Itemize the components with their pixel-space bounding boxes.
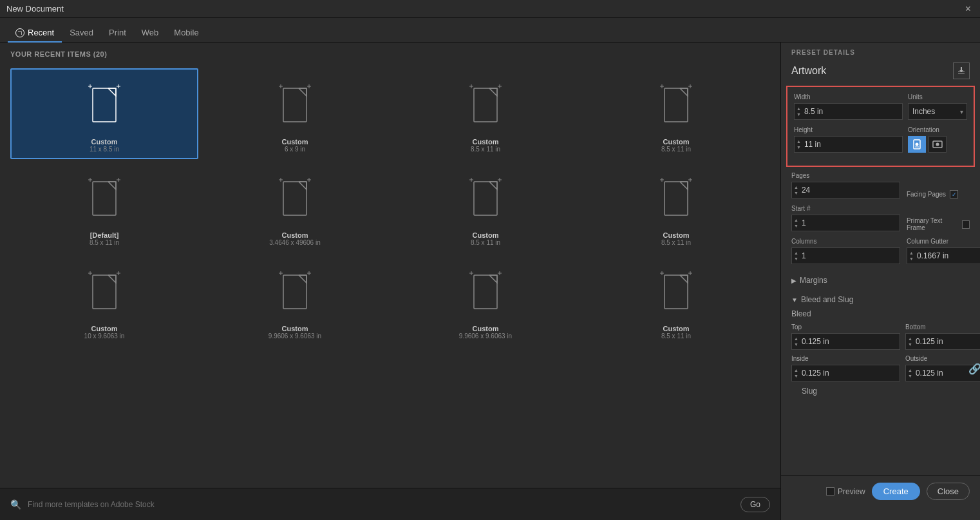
bleed-bottom-down[interactable]: ▼ xyxy=(908,342,912,347)
gutter-down-arrow[interactable]: ▼ xyxy=(909,256,914,262)
template-item-4[interactable]: Custom8.5 x 11 in xyxy=(582,68,770,159)
link-icon[interactable]: 🔗 xyxy=(968,362,980,374)
start-value[interactable] xyxy=(800,218,900,227)
bleed-inside-down[interactable]: ▼ xyxy=(794,373,798,379)
width-units-row: Width ▲ ▼ Units Inches Centimet xyxy=(794,93,967,120)
template-name-3: Custom xyxy=(473,138,499,146)
pages-down-arrow[interactable]: ▼ xyxy=(794,190,798,196)
go-button[interactable]: Go xyxy=(740,497,770,512)
template-item-3[interactable]: Custom8.5 x 11 in xyxy=(391,68,580,159)
columns-input[interactable]: ▲ ▼ xyxy=(791,247,900,264)
bleed-inside-input[interactable]: ▲ ▼ xyxy=(791,365,900,381)
tab-saved[interactable]: Saved xyxy=(62,24,101,43)
svg-rect-29 xyxy=(283,182,306,215)
titlebar: New Document × xyxy=(0,0,980,18)
primary-text-checkbox[interactable] xyxy=(962,220,970,229)
template-item-5[interactable]: [Default]8.5 x 11 in xyxy=(10,162,198,253)
tab-print[interactable]: Print xyxy=(101,24,134,43)
save-preset-button[interactable] xyxy=(953,63,970,79)
start-up-arrow[interactable]: ▲ xyxy=(794,217,798,223)
columns-value[interactable] xyxy=(800,251,900,260)
template-size-12: 8.5 x 11 in xyxy=(661,332,691,340)
template-name-11: Custom xyxy=(473,325,499,332)
template-item-2[interactable]: Custom6 x 9 in xyxy=(201,68,389,159)
bleed-slug-label: Bleed and Slug xyxy=(801,295,853,304)
pages-facing-row: Pages ▲ ▼ Facing Pages xyxy=(791,172,970,198)
template-item-11[interactable]: Custom9.9606 x 9.6063 in xyxy=(391,255,580,346)
template-name-8: Custom xyxy=(663,231,690,239)
bleed-bottom-value[interactable] xyxy=(914,337,980,346)
search-bar: 🔍 Go xyxy=(0,488,780,520)
template-item-8[interactable]: Custom8.5 x 11 in xyxy=(582,162,770,253)
columns-down-arrow[interactable]: ▼ xyxy=(794,256,798,262)
svg-point-65 xyxy=(915,143,918,146)
template-item-7[interactable]: Custom8.5 x 11 in xyxy=(391,162,580,253)
margins-header[interactable]: ▶ Margins xyxy=(781,271,980,290)
bleed-slug-header[interactable]: ▼ Bleed and Slug xyxy=(781,290,980,309)
units-select[interactable]: Inches Centimeters Millimeters Points Pi… xyxy=(908,103,967,120)
template-size-6: 3.4646 x 49606 in xyxy=(269,239,321,246)
preview-checkbox[interactable] xyxy=(826,487,834,496)
template-thumb-11 xyxy=(460,263,511,321)
tab-web[interactable]: Web xyxy=(134,24,167,43)
start-down-arrow[interactable]: ▼ xyxy=(794,223,798,229)
create-button[interactable]: Create xyxy=(872,483,920,500)
bleed-top-up[interactable]: ▲ xyxy=(794,336,798,342)
gutter-value[interactable] xyxy=(916,251,980,260)
search-input[interactable] xyxy=(28,500,734,509)
template-item-12[interactable]: Custom8.5 x 11 in xyxy=(582,255,770,346)
svg-rect-4 xyxy=(93,88,116,122)
template-item-1[interactable]: Custom11 x 8.5 in xyxy=(10,68,198,159)
bleed-bottom-up[interactable]: ▲ xyxy=(908,336,912,342)
svg-rect-24 xyxy=(93,182,116,215)
height-input[interactable]: ▲ ▼ xyxy=(794,136,903,153)
svg-rect-54 xyxy=(474,275,497,309)
template-item-6[interactable]: Custom3.4646 x 49606 in xyxy=(201,162,389,253)
template-item-9[interactable]: Custom10 x 9.6063 in xyxy=(10,255,198,346)
window-close-button[interactable]: × xyxy=(963,3,974,15)
start-label: Start # xyxy=(791,205,900,212)
primary-text-label: Primary Text Frame xyxy=(907,217,958,231)
width-label: Width xyxy=(794,93,903,101)
width-input[interactable]: ▲ ▼ xyxy=(794,103,903,120)
width-down-arrow[interactable]: ▼ xyxy=(796,111,801,117)
height-down-arrow[interactable]: ▼ xyxy=(796,144,801,150)
primary-text-group: Primary Text Frame xyxy=(907,206,970,231)
doc-icon-12 xyxy=(657,269,695,315)
facing-pages-checkbox[interactable] xyxy=(950,190,958,198)
close-button[interactable]: Close xyxy=(927,483,970,500)
bleed-outside-down[interactable]: ▼ xyxy=(908,373,912,379)
template-thumb-6 xyxy=(269,169,321,227)
bleed-outside-up[interactable]: ▲ xyxy=(908,367,912,373)
pages-value[interactable] xyxy=(800,186,900,195)
gutter-up-arrow[interactable]: ▲ xyxy=(909,250,914,256)
doc-icon-1 xyxy=(85,82,124,128)
portrait-icon xyxy=(912,139,921,149)
columns-up-arrow[interactable]: ▲ xyxy=(794,250,798,256)
bleed-top-input[interactable]: ▲ ▼ xyxy=(791,333,900,350)
template-item-10[interactable]: Custom9.9606 x 9.6063 in xyxy=(201,255,389,346)
svg-rect-69 xyxy=(935,146,936,147)
width-up-arrow[interactable]: ▲ xyxy=(796,106,801,111)
bleed-inside-up[interactable]: ▲ xyxy=(794,367,798,373)
portrait-button[interactable] xyxy=(908,136,926,153)
window-title: New Document xyxy=(6,4,64,14)
preset-name: Artwork xyxy=(791,65,826,77)
bleed-top-value[interactable] xyxy=(800,337,900,346)
tab-mobile[interactable]: Mobile xyxy=(166,24,206,43)
height-up-arrow[interactable]: ▲ xyxy=(796,139,801,144)
bleed-bottom-input[interactable]: ▲ ▼ xyxy=(905,333,980,350)
bleed-inside-value[interactable] xyxy=(800,369,900,378)
pages-up-arrow[interactable]: ▲ xyxy=(794,184,798,190)
gutter-input[interactable]: ▲ ▼ xyxy=(907,247,980,264)
start-input[interactable]: ▲ ▼ xyxy=(791,215,900,231)
width-value[interactable] xyxy=(803,107,902,116)
height-value[interactable] xyxy=(803,140,902,149)
units-label: Units xyxy=(908,93,967,101)
right-panel: PRESET DETAILS Artwork Width xyxy=(780,43,980,520)
landscape-button[interactable] xyxy=(928,136,947,153)
svg-rect-19 xyxy=(664,88,688,122)
bleed-top-down[interactable]: ▼ xyxy=(794,342,798,347)
pages-input[interactable]: ▲ ▼ xyxy=(791,182,900,198)
tab-recent[interactable]: Recent xyxy=(8,24,62,43)
